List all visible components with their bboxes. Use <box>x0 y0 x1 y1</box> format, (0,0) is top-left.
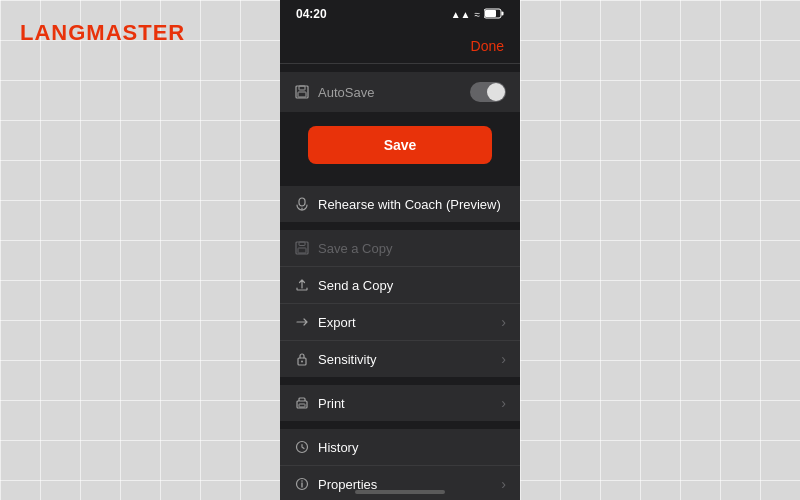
print-icon <box>294 395 310 411</box>
status-time: 04:20 <box>296 7 327 21</box>
autosave-toggle[interactable] <box>470 82 506 102</box>
history-left: History <box>294 439 358 455</box>
print-left: Print <box>294 395 345 411</box>
history-label: History <box>318 440 358 455</box>
rehearse-icon <box>294 196 310 212</box>
send-a-copy-row[interactable]: Send a Copy <box>280 267 520 304</box>
svg-rect-10 <box>298 248 306 253</box>
sensitivity-chevron: › <box>501 351 506 367</box>
properties-row[interactable]: Properties › <box>280 466 520 500</box>
sensitivity-icon <box>294 351 310 367</box>
properties-chevron: › <box>501 476 506 492</box>
top-bar: Done <box>280 28 520 64</box>
print-chevron: › <box>501 395 506 411</box>
home-indicator <box>355 490 445 494</box>
save-a-copy-icon <box>294 240 310 256</box>
save-a-copy-row[interactable]: Save a Copy <box>280 230 520 267</box>
svg-rect-6 <box>299 198 305 206</box>
save-a-copy-label: Save a Copy <box>318 241 392 256</box>
status-icons: ▲▲ ≈ <box>451 8 504 21</box>
sensitivity-row[interactable]: Sensitivity › <box>280 341 520 377</box>
autosave-icon <box>294 84 310 100</box>
svg-rect-14 <box>299 404 305 407</box>
copy-section: Save a Copy Send a Copy <box>280 230 520 377</box>
autosave-row: AutoSave <box>280 72 520 112</box>
print-row[interactable]: Print › <box>280 385 520 421</box>
battery-icon <box>484 8 504 21</box>
svg-rect-5 <box>298 92 306 97</box>
export-label: Export <box>318 315 356 330</box>
send-a-copy-left: Send a Copy <box>294 277 393 293</box>
send-a-copy-label: Send a Copy <box>318 278 393 293</box>
history-row[interactable]: History <box>280 429 520 466</box>
langmaster-logo: LANGMASTER <box>20 20 185 46</box>
rehearse-label: Rehearse with Coach (Preview) <box>318 197 501 212</box>
done-button[interactable]: Done <box>471 38 504 54</box>
phone-frame: 04:20 ▲▲ ≈ Done <box>280 0 520 500</box>
save-button-container: Save <box>280 112 520 178</box>
svg-point-17 <box>301 480 303 482</box>
properties-icon <box>294 476 310 492</box>
autosave-left: AutoSave <box>294 84 374 100</box>
print-label: Print <box>318 396 345 411</box>
save-button[interactable]: Save <box>308 126 492 164</box>
sensitivity-left: Sensitivity <box>294 351 377 367</box>
export-icon <box>294 314 310 330</box>
signal-icon: ▲▲ <box>451 9 471 20</box>
wifi-icon: ≈ <box>475 9 481 20</box>
print-section: Print › <box>280 385 520 421</box>
rehearse-section: Rehearse with Coach (Preview) <box>280 186 520 222</box>
rehearse-row[interactable]: Rehearse with Coach (Preview) <box>280 186 520 222</box>
sensitivity-label: Sensitivity <box>318 352 377 367</box>
export-row[interactable]: Export › <box>280 304 520 341</box>
history-icon <box>294 439 310 455</box>
save-a-copy-left: Save a Copy <box>294 240 392 256</box>
svg-rect-2 <box>485 10 496 17</box>
svg-point-12 <box>301 361 303 363</box>
export-chevron: › <box>501 314 506 330</box>
rehearse-left: Rehearse with Coach (Preview) <box>294 196 501 212</box>
status-bar: 04:20 ▲▲ ≈ <box>280 0 520 28</box>
export-left: Export <box>294 314 356 330</box>
autosave-label: AutoSave <box>318 85 374 100</box>
svg-rect-1 <box>502 11 504 15</box>
send-a-copy-icon <box>294 277 310 293</box>
toggle-knob <box>487 83 505 101</box>
